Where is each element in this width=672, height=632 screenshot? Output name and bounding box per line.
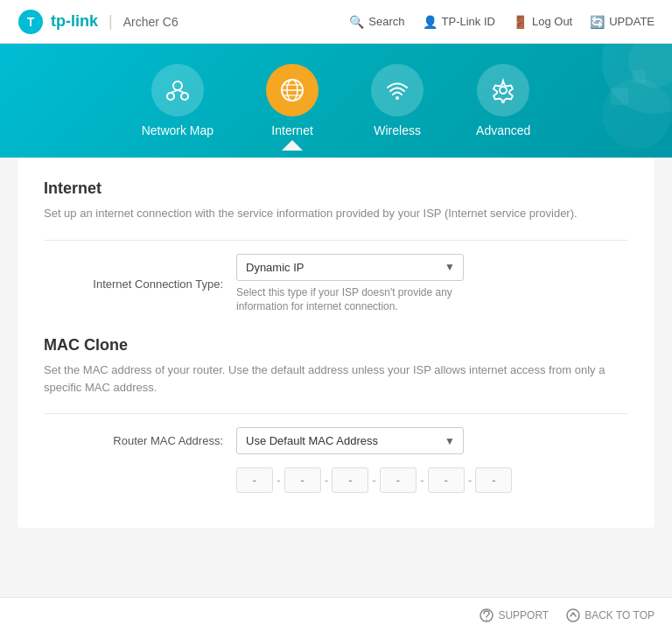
update-label: UPDATE — [609, 15, 654, 28]
mac-octet-5[interactable] — [428, 467, 465, 493]
mac-clone-divider — [44, 413, 628, 414]
mac-octet-4[interactable] — [380, 467, 416, 493]
nav-wireless[interactable]: Wireless — [345, 51, 450, 151]
logout-label: Log Out — [532, 15, 572, 28]
update-action[interactable]: 🔄 UPDATE — [590, 15, 654, 29]
mac-fields-group: - - - - - — [236, 467, 464, 493]
support-icon — [480, 608, 494, 622]
svg-point-19 — [486, 619, 488, 621]
nav-decoration — [497, 44, 672, 158]
logout-icon: 🚪 — [513, 15, 528, 29]
nav-wireless-label: Wireless — [374, 123, 421, 137]
mac-sep-5: - — [468, 474, 472, 488]
mac-clone-title: MAC Clone — [44, 336, 628, 355]
connection-type-control: Dynamic IP Static IP PPPoE L2TP PPTP ▼ S… — [236, 254, 464, 315]
nav-network-map-label: Network Map — [142, 123, 214, 137]
svg-text:T: T — [27, 15, 35, 29]
svg-point-2 — [602, 44, 672, 114]
mac-address-input-row: - - - - - — [44, 467, 628, 493]
nav-bar: Network Map Internet Wireless — [0, 44, 672, 158]
tplink-id-label: TP-Link ID — [442, 15, 495, 28]
back-to-top-icon — [566, 608, 580, 622]
connection-type-select[interactable]: Dynamic IP Static IP PPPoE L2TP PPTP — [236, 254, 464, 281]
mac-clone-desc: Set the MAC address of your router. Use … — [44, 362, 628, 396]
support-label: SUPPORT — [498, 609, 549, 621]
svg-point-6 — [173, 81, 182, 90]
internet-divider — [44, 240, 628, 241]
nav-internet-label: Internet — [271, 123, 312, 137]
svg-line-9 — [171, 90, 178, 93]
svg-rect-4 — [611, 88, 628, 105]
connection-type-select-wrapper: Dynamic IP Static IP PPPoE L2TP PPTP ▼ — [236, 254, 464, 281]
nav-advanced-label: Advanced — [476, 123, 530, 137]
tplink-id-icon: 👤 — [423, 15, 438, 29]
svg-line-10 — [178, 90, 185, 93]
back-to-top-label: BACK TO TOP — [584, 609, 654, 621]
router-mac-row: Router MAC Address: Use Default MAC Addr… — [44, 427, 628, 454]
nav-internet[interactable]: Internet — [240, 51, 345, 151]
router-mac-select[interactable]: Use Default MAC Address Use Computer MAC… — [236, 427, 464, 454]
mac-sep-4: - — [420, 474, 424, 488]
mac-sep-2: - — [325, 474, 329, 488]
svg-point-7 — [167, 93, 174, 100]
update-icon: 🔄 — [590, 15, 605, 29]
logo-separator: | — [108, 12, 113, 31]
nav-network-map[interactable]: Network Map — [116, 51, 240, 151]
wireless-svg-icon — [384, 77, 410, 103]
svg-point-8 — [181, 93, 188, 100]
internet-section-title: Internet — [44, 179, 628, 198]
network-map-icon-circle — [151, 64, 204, 116]
search-action[interactable]: 🔍 Search — [349, 15, 404, 29]
svg-rect-5 — [633, 70, 646, 83]
router-mac-control: Use Default MAC Address Use Computer MAC… — [236, 427, 464, 454]
tplink-id-action[interactable]: 👤 TP-Link ID — [423, 15, 495, 29]
svg-point-3 — [602, 79, 672, 149]
mac-sep-3: - — [372, 474, 376, 488]
connection-type-helper: Select this type if your ISP doesn't pro… — [236, 285, 464, 315]
router-mac-label: Router MAC Address: — [44, 434, 236, 447]
internet-svg-icon — [279, 77, 305, 103]
model-name: Archer C6 — [123, 15, 178, 29]
mac-address-inputs: - - - - - — [236, 467, 464, 493]
connection-type-label: Internet Connection Type: — [44, 277, 236, 291]
mac-octet-3[interactable] — [332, 467, 368, 493]
tplink-logo-icon: T — [18, 9, 44, 35]
advanced-icon-circle — [477, 64, 529, 116]
connection-type-row: Internet Connection Type: Dynamic IP Sta… — [44, 254, 628, 315]
router-mac-select-wrapper: Use Default MAC Address Use Computer MAC… — [236, 427, 464, 454]
header: T tp-link | Archer C6 🔍 Search 👤 TP-Link… — [0, 0, 672, 44]
advanced-svg-icon — [490, 77, 516, 103]
logo-area: T tp-link | Archer C6 — [18, 9, 178, 35]
wireless-icon-circle — [371, 64, 424, 116]
mac-clone-section: MAC Clone Set the MAC address of your ro… — [44, 336, 628, 493]
main-content: Internet Set up an internet connection w… — [0, 158, 672, 597]
svg-point-20 — [567, 609, 579, 621]
logout-action[interactable]: 🚪 Log Out — [513, 15, 572, 29]
svg-point-17 — [500, 87, 507, 94]
internet-section-desc: Set up an internet connection with the s… — [44, 205, 628, 222]
mac-sep-1: - — [276, 474, 281, 488]
footer: SUPPORT BACK TO TOP — [0, 597, 672, 632]
support-link[interactable]: SUPPORT — [480, 608, 549, 622]
brand-name: tp-link — [51, 12, 98, 31]
back-to-top-link[interactable]: BACK TO TOP — [566, 608, 654, 622]
mac-octet-1[interactable] — [236, 467, 273, 493]
mac-octet-2[interactable] — [284, 467, 321, 493]
internet-icon-circle — [266, 64, 318, 116]
content-card: Internet Set up an internet connection w… — [18, 158, 654, 528]
header-actions: 🔍 Search 👤 TP-Link ID 🚪 Log Out 🔄 UPDATE — [349, 15, 654, 29]
network-map-svg-icon — [164, 77, 191, 103]
search-icon: 🔍 — [349, 15, 364, 29]
internet-section: Internet Set up an internet connection w… — [44, 179, 628, 314]
nav-advanced[interactable]: Advanced — [450, 51, 556, 151]
mac-octet-6[interactable] — [475, 467, 512, 493]
search-label: Search — [368, 15, 404, 28]
svg-point-16 — [396, 96, 399, 100]
